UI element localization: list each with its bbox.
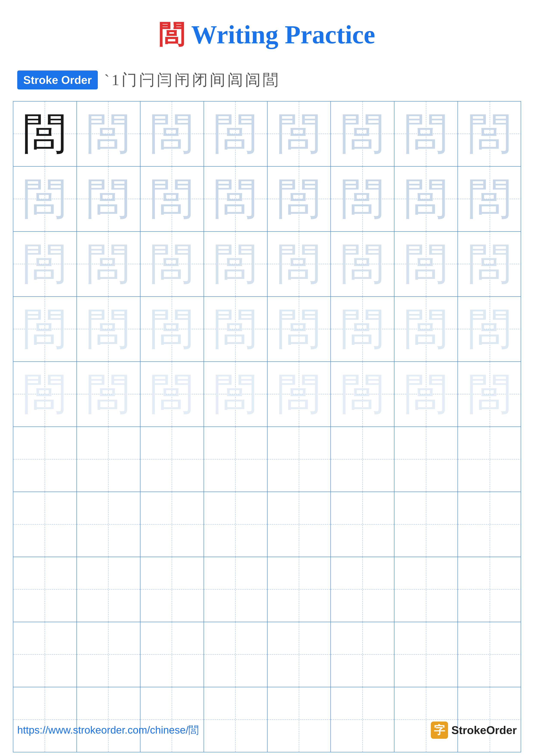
grid-cell-2-5[interactable]: 閭 <box>267 167 331 231</box>
grid-cell-1-8[interactable]: 閭 <box>458 101 521 166</box>
grid-cell-5-2[interactable]: 閭 <box>77 362 140 426</box>
grid-cell-7-8[interactable] <box>458 492 521 557</box>
grid-cell-4-5[interactable]: 閭 <box>267 297 331 362</box>
grid-cell-3-3[interactable]: 閭 <box>140 232 204 296</box>
grid-cell-8-6[interactable] <box>331 557 394 622</box>
char-light: 閭 <box>150 112 193 155</box>
grid-cell-10-5[interactable] <box>267 687 331 752</box>
grid-cell-9-1[interactable] <box>13 622 77 687</box>
grid-cell-4-1[interactable]: 閭 <box>13 297 77 362</box>
grid-cell-1-6[interactable]: 閭 <box>331 101 394 166</box>
grid-cell-6-1[interactable] <box>13 427 77 492</box>
char-light: 閭 <box>87 373 130 416</box>
grid-cell-7-5[interactable] <box>267 492 331 557</box>
grid-cell-9-7[interactable] <box>394 622 458 687</box>
grid-cell-6-5[interactable] <box>267 427 331 492</box>
grid-cell-10-1[interactable] <box>13 687 77 752</box>
grid-cell-3-4[interactable]: 閭 <box>204 232 267 296</box>
grid-cell-6-2[interactable] <box>77 427 140 492</box>
grid-cell-1-3[interactable]: 閭 <box>140 101 204 166</box>
grid-cell-10-7[interactable] <box>394 687 458 752</box>
char-dark: 閭 <box>23 112 66 155</box>
grid-cell-10-4[interactable] <box>204 687 267 752</box>
stroke-order-badge: Stroke Order <box>17 70 98 90</box>
practice-grid: 閭 閭 閭 閭 閭 閭 閭 閭 閭 閭 閭 <box>13 101 521 752</box>
grid-row-6 <box>13 427 521 492</box>
grid-cell-1-1[interactable]: 閭 <box>13 101 77 166</box>
grid-cell-4-3[interactable]: 閭 <box>140 297 204 362</box>
grid-cell-9-4[interactable] <box>204 622 267 687</box>
grid-cell-7-2[interactable] <box>77 492 140 557</box>
grid-cell-6-4[interactable] <box>204 427 267 492</box>
char-light: 閭 <box>341 112 384 155</box>
footer-brand: 字 StrokeOrder <box>431 721 517 739</box>
char-light: 閭 <box>405 308 447 351</box>
grid-cell-3-7[interactable]: 閭 <box>394 232 458 296</box>
grid-cell-2-3[interactable]: 閭 <box>140 167 204 231</box>
grid-cell-10-8[interactable] <box>458 687 521 752</box>
char-light: 閭 <box>468 242 511 285</box>
grid-cell-5-7[interactable]: 閭 <box>394 362 458 426</box>
page-title: 閭 Writing Practice <box>0 0 534 65</box>
grid-cell-9-3[interactable] <box>140 622 204 687</box>
grid-cell-3-5[interactable]: 閭 <box>267 232 331 296</box>
grid-cell-8-1[interactable] <box>13 557 77 622</box>
grid-cell-10-6[interactable] <box>331 687 394 752</box>
grid-cell-5-1[interactable]: 閭 <box>13 362 77 426</box>
char-light: 閭 <box>277 373 320 416</box>
grid-row-2: 閭 閭 閭 閭 閭 閭 閭 閭 <box>13 167 521 232</box>
grid-cell-4-8[interactable]: 閭 <box>458 297 521 362</box>
grid-cell-6-8[interactable] <box>458 427 521 492</box>
grid-cell-8-3[interactable] <box>140 557 204 622</box>
grid-cell-5-3[interactable]: 閭 <box>140 362 204 426</box>
grid-cell-2-6[interactable]: 閭 <box>331 167 394 231</box>
grid-cell-6-7[interactable] <box>394 427 458 492</box>
grid-cell-8-5[interactable] <box>267 557 331 622</box>
grid-cell-1-4[interactable]: 閭 <box>204 101 267 166</box>
grid-cell-8-7[interactable] <box>394 557 458 622</box>
grid-cell-7-7[interactable] <box>394 492 458 557</box>
grid-cell-6-6[interactable] <box>331 427 394 492</box>
grid-cell-4-7[interactable]: 閭 <box>394 297 458 362</box>
grid-cell-6-3[interactable] <box>140 427 204 492</box>
grid-cell-1-5[interactable]: 閭 <box>267 101 331 166</box>
grid-cell-7-6[interactable] <box>331 492 394 557</box>
grid-cell-9-2[interactable] <box>77 622 140 687</box>
grid-cell-9-8[interactable] <box>458 622 521 687</box>
grid-cell-5-5[interactable]: 閭 <box>267 362 331 426</box>
grid-cell-2-1[interactable]: 閭 <box>13 167 77 231</box>
grid-cell-7-4[interactable] <box>204 492 267 557</box>
grid-cell-5-8[interactable]: 閭 <box>458 362 521 426</box>
char-light: 閭 <box>214 177 257 221</box>
grid-cell-8-2[interactable] <box>77 557 140 622</box>
grid-cell-2-2[interactable]: 閭 <box>77 167 140 231</box>
grid-cell-7-1[interactable] <box>13 492 77 557</box>
grid-cell-3-1[interactable]: 閭 <box>13 232 77 296</box>
grid-cell-8-4[interactable] <box>204 557 267 622</box>
char-light: 閭 <box>468 373 511 416</box>
grid-cell-5-6[interactable]: 閭 <box>331 362 394 426</box>
grid-cell-10-2[interactable] <box>77 687 140 752</box>
grid-cell-1-7[interactable]: 閭 <box>394 101 458 166</box>
grid-cell-2-8[interactable]: 閭 <box>458 167 521 231</box>
char-light: 閭 <box>405 373 447 416</box>
footer: https://www.strokeorder.com/chinese/閭 字 … <box>17 721 517 739</box>
grid-cell-3-8[interactable]: 閭 <box>458 232 521 296</box>
char-light: 閭 <box>87 308 130 351</box>
grid-cell-1-2[interactable]: 閭 <box>77 101 140 166</box>
grid-cell-9-6[interactable] <box>331 622 394 687</box>
grid-cell-5-4[interactable]: 閭 <box>204 362 267 426</box>
grid-cell-4-4[interactable]: 閭 <box>204 297 267 362</box>
grid-cell-3-6[interactable]: 閭 <box>331 232 394 296</box>
grid-cell-7-3[interactable] <box>140 492 204 557</box>
grid-cell-10-3[interactable] <box>140 687 204 752</box>
grid-cell-4-6[interactable]: 閭 <box>331 297 394 362</box>
grid-row-10 <box>13 687 521 752</box>
grid-cell-2-4[interactable]: 閭 <box>204 167 267 231</box>
grid-cell-3-2[interactable]: 閭 <box>77 232 140 296</box>
grid-cell-8-8[interactable] <box>458 557 521 622</box>
grid-cell-9-5[interactable] <box>267 622 331 687</box>
grid-cell-4-2[interactable]: 閭 <box>77 297 140 362</box>
footer-url[interactable]: https://www.strokeorder.com/chinese/閭 <box>17 723 199 737</box>
grid-cell-2-7[interactable]: 閭 <box>394 167 458 231</box>
